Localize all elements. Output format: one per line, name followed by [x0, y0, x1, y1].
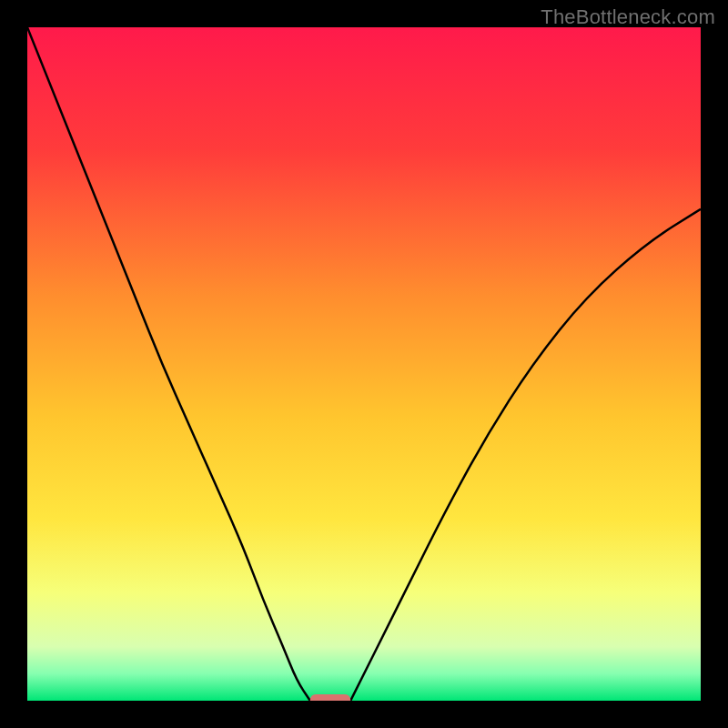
watermark-text: TheBottleneck.com	[541, 5, 715, 29]
gradient-background	[27, 27, 701, 701]
chart-frame: TheBottleneck.com	[0, 0, 728, 728]
bottleneck-curve-chart	[27, 27, 701, 701]
optimal-zone-marker	[310, 694, 350, 701]
plot-area	[27, 27, 701, 701]
